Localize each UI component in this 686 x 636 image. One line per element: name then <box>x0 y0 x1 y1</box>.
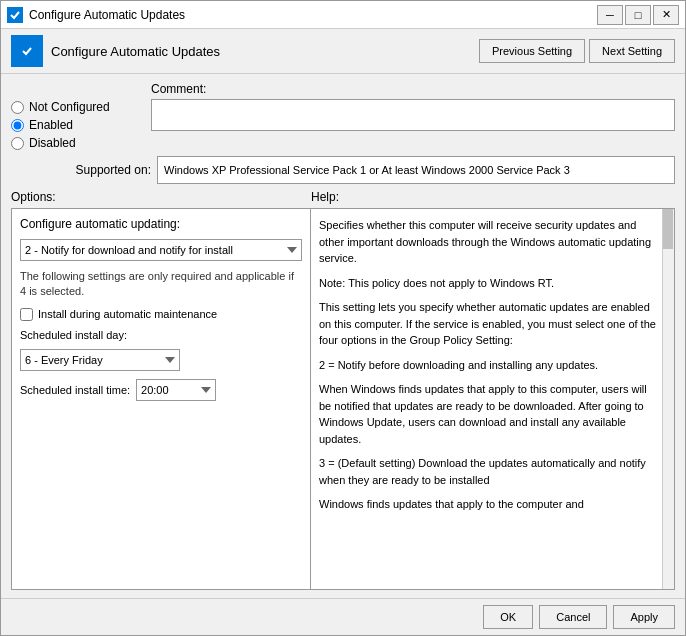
supported-row: Supported on: Windows XP Professional Se… <box>11 156 675 184</box>
main-content: Not Configured Enabled Disabled Comment:… <box>1 74 685 598</box>
help-p2: Note: This policy does not apply to Wind… <box>319 275 656 292</box>
next-setting-button[interactable]: Next Setting <box>589 39 675 63</box>
help-p1: Specifies whether this computer will rec… <box>319 217 656 267</box>
radio-comment-row: Not Configured Enabled Disabled Comment: <box>11 82 675 150</box>
minimize-button[interactable]: ─ <box>597 5 623 25</box>
apply-button[interactable]: Apply <box>613 605 675 629</box>
comment-textarea[interactable] <box>151 99 675 131</box>
disabled-radio[interactable] <box>11 137 24 150</box>
main-window: Configure Automatic Updates ─ □ ✕ Config… <box>0 0 686 636</box>
bottom-bar: OK Cancel Apply <box>1 598 685 635</box>
toolbar-icon <box>11 35 43 67</box>
options-panel: Configure automatic updating: 2 - Notify… <box>11 208 311 590</box>
help-text: Specifies whether this computer will rec… <box>319 217 656 513</box>
section-labels: Options: Help: <box>11 190 675 204</box>
supported-label: Supported on: <box>11 163 151 177</box>
cancel-button[interactable]: Cancel <box>539 605 607 629</box>
close-button[interactable]: ✕ <box>653 5 679 25</box>
options-note: The following settings are only required… <box>20 269 302 300</box>
help-p4: 2 = Notify before downloading and instal… <box>319 357 656 374</box>
toolbar-title: Configure Automatic Updates <box>51 44 471 59</box>
disabled-label[interactable]: Disabled <box>11 136 151 150</box>
help-scrollbar-thumb <box>663 209 673 249</box>
help-scrollbar[interactable] <box>662 209 674 589</box>
help-label: Help: <box>311 190 339 204</box>
scheduled-time-label: Scheduled install time: <box>20 384 130 396</box>
previous-setting-button[interactable]: Previous Setting <box>479 39 585 63</box>
help-p3: This setting lets you specify whether au… <box>319 299 656 349</box>
maximize-button[interactable]: □ <box>625 5 651 25</box>
radio-group: Not Configured Enabled Disabled <box>11 82 151 150</box>
enabled-label[interactable]: Enabled <box>11 118 151 132</box>
install-maintenance-label: Install during automatic maintenance <box>38 308 217 320</box>
comment-section: Comment: <box>151 82 675 131</box>
nav-buttons: Previous Setting Next Setting <box>479 39 675 63</box>
scheduled-day-label: Scheduled install day: <box>20 329 127 341</box>
scheduled-time-select[interactable]: 00:0001:0002:00 03:0004:0005:00 06:0007:… <box>136 379 216 401</box>
configure-label: Configure automatic updating: <box>20 217 302 231</box>
toolbar: Configure Automatic Updates Previous Set… <box>1 29 685 74</box>
install-maintenance-row: Install during automatic maintenance <box>20 308 302 321</box>
svg-point-1 <box>19 43 35 59</box>
comment-label: Comment: <box>151 82 675 96</box>
install-maintenance-checkbox[interactable] <box>20 308 33 321</box>
not-configured-label[interactable]: Not Configured <box>11 100 151 114</box>
window-icon <box>7 7 23 23</box>
supported-value: Windows XP Professional Service Pack 1 o… <box>157 156 675 184</box>
help-p7: Windows finds updates that apply to the … <box>319 496 656 513</box>
options-help-panels: Configure automatic updating: 2 - Notify… <box>11 208 675 590</box>
scheduled-time-row: Scheduled install time: 00:0001:0002:00 … <box>20 379 302 401</box>
svg-rect-0 <box>9 9 21 21</box>
window-controls: ─ □ ✕ <box>597 5 679 25</box>
help-p6: 3 = (Default setting) Download the updat… <box>319 455 656 488</box>
options-label: Options: <box>11 190 311 204</box>
window-title: Configure Automatic Updates <box>29 8 597 22</box>
update-mode-select[interactable]: 2 - Notify for download and notify for i… <box>20 239 302 261</box>
help-p5: When Windows finds updates that apply to… <box>319 381 656 447</box>
scheduled-day-select[interactable]: 0 - Every Day 1 - Every Sunday 2 - Every… <box>20 349 180 371</box>
ok-button[interactable]: OK <box>483 605 533 629</box>
title-bar: Configure Automatic Updates ─ □ ✕ <box>1 1 685 29</box>
help-panel: Specifies whether this computer will rec… <box>311 208 675 590</box>
not-configured-radio[interactable] <box>11 101 24 114</box>
scheduled-day-row: Scheduled install day: <box>20 329 302 341</box>
enabled-radio[interactable] <box>11 119 24 132</box>
